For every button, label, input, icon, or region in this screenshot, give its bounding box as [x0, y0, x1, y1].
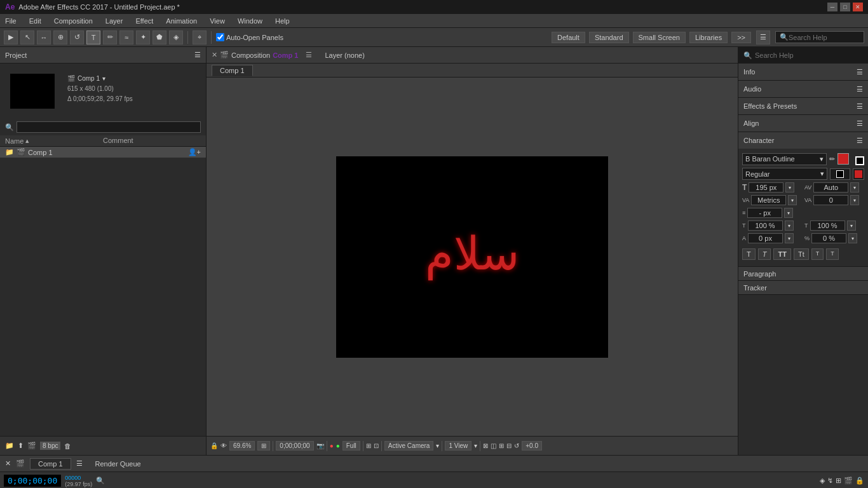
menu-file[interactable]: File	[3, 16, 19, 26]
comp-tab-menu[interactable]: ☰	[306, 51, 312, 59]
col-name-header[interactable]: Name ▴	[5, 137, 103, 145]
zoom-control[interactable]: 69.6%	[229, 441, 255, 451]
character-header[interactable]: Character ☰	[738, 132, 868, 149]
menu-help[interactable]: Help	[273, 16, 292, 26]
tracker-section[interactable]: Tracker	[738, 281, 868, 295]
project-panel-menu[interactable]: ☰	[194, 51, 201, 59]
guide-icon[interactable]: ⊞	[499, 442, 504, 449]
tool-shape[interactable]: ⬟	[153, 30, 166, 44]
view-control[interactable]: 1 View	[445, 441, 471, 451]
baseline-dropdown[interactable]: ▾	[785, 233, 794, 243]
refresh-icon[interactable]: ↺	[514, 442, 519, 449]
style-regular-btn[interactable]: T	[742, 248, 756, 260]
timeline-tab-menu[interactable]: ☰	[76, 459, 83, 468]
tsume-dropdown[interactable]: ▾	[848, 233, 857, 243]
lock-icon-tl[interactable]: 🔒	[855, 477, 864, 485]
effects-presets-header[interactable]: Effects & Presets ☰	[738, 98, 868, 114]
character-menu-icon[interactable]: ☰	[857, 137, 863, 145]
audio-menu-icon[interactable]: ☰	[857, 85, 863, 93]
menu-layer[interactable]: Layer	[103, 16, 126, 26]
menu-animation[interactable]: Animation	[163, 16, 200, 26]
workspace-standard[interactable]: Standard	[589, 32, 629, 43]
style-bold-btn[interactable]: TT	[773, 248, 790, 260]
timeline-comp-tab[interactable]: Comp 1	[30, 458, 71, 470]
align-header[interactable]: Align ☰	[738, 115, 868, 132]
align-menu-icon[interactable]: ☰	[857, 119, 863, 128]
workspace-settings[interactable]: ☰	[756, 30, 770, 44]
workspace-default[interactable]: Default	[552, 32, 585, 43]
grid-icon[interactable]: ⊞	[366, 442, 371, 449]
auto-open-checkbox[interactable]	[216, 33, 224, 41]
project-item[interactable]: 📁 🎬 Comp 1 👤+	[0, 147, 206, 158]
camera-control[interactable]: Active Camera	[384, 441, 434, 451]
new-comp-icon[interactable]: 🎬	[27, 442, 36, 450]
tool-text[interactable]: T	[86, 30, 100, 44]
timecode-display[interactable]: 0;00;00;00	[276, 441, 313, 451]
workspace-libraries[interactable]: Libraries	[689, 32, 728, 43]
paragraph-section[interactable]: Paragraph	[738, 267, 868, 281]
tool-puppet[interactable]: ◈	[169, 30, 183, 44]
workspace-small[interactable]: Small Screen	[633, 32, 686, 43]
view-dropdown[interactable]: ▾	[474, 442, 477, 449]
tool-clone[interactable]: ✦	[136, 30, 150, 44]
font-size-input[interactable]	[749, 182, 783, 193]
comp-dropdown-icon[interactable]: ▾	[102, 74, 105, 84]
tsume-input[interactable]	[811, 233, 846, 243]
timeline-timecode[interactable]: 0;00;00;00	[4, 475, 61, 487]
close-button[interactable]: ✕	[853, 3, 863, 11]
info-header[interactable]: Info ☰	[738, 64, 868, 80]
item-add-btn[interactable]: 👤+	[188, 148, 201, 156]
layer-controls-icon[interactable]: ⊟	[506, 442, 512, 449]
style-sub-btn[interactable]: T	[826, 248, 839, 260]
menu-effect[interactable]: Effect	[133, 16, 156, 26]
audio-header[interactable]: Audio ☰	[738, 81, 868, 97]
scale-v-input[interactable]	[810, 220, 845, 231]
tool-rotate[interactable]: ↺	[70, 30, 84, 44]
tracking-input[interactable]	[813, 182, 848, 193]
kerning-input[interactable]	[751, 195, 786, 205]
font-style-select[interactable]: Regular ▾	[742, 168, 827, 180]
color-preview-2[interactable]	[853, 168, 864, 180]
search-help-box[interactable]: 🔍	[775, 31, 864, 43]
render-queue-tab[interactable]: Render Queue	[88, 459, 149, 469]
kerning-val-input[interactable]	[813, 195, 848, 205]
new-folder-icon[interactable]: 📁	[5, 442, 14, 450]
scale-v-dropdown[interactable]: ▾	[847, 220, 856, 231]
leading-input[interactable]	[747, 208, 782, 218]
tool-pen[interactable]: ✏	[103, 30, 117, 44]
maximize-button[interactable]: □	[840, 3, 850, 11]
solo-icon[interactable]: ◈	[820, 477, 825, 485]
project-search-input[interactable]	[17, 121, 201, 133]
font-name-dropdown[interactable]: ▾	[820, 155, 824, 163]
menu-composition[interactable]: Composition	[51, 16, 95, 26]
comp-tab-1[interactable]: Comp 1	[212, 65, 253, 76]
snap-icon[interactable]: ⊠	[483, 442, 488, 449]
tracking-dropdown[interactable]: ▾	[850, 182, 859, 193]
quality-control[interactable]: Full	[342, 441, 360, 451]
scale-h-dropdown[interactable]: ▾	[785, 220, 794, 231]
menu-window[interactable]: Window	[235, 16, 265, 26]
stroke-color-swatch[interactable]	[855, 156, 864, 165]
menu-view[interactable]: View	[207, 16, 227, 26]
info-menu-icon[interactable]: ☰	[857, 68, 863, 76]
minimize-button[interactable]: ─	[827, 3, 837, 11]
menu-edit[interactable]: Edit	[27, 16, 44, 26]
color-preview-1[interactable]	[830, 168, 850, 180]
camera-dropdown[interactable]: ▾	[436, 442, 439, 449]
tool-select[interactable]: ▶	[4, 30, 18, 44]
auto-open-label[interactable]: Auto-Open Panels	[216, 33, 283, 41]
text-color-swatch[interactable]	[837, 153, 849, 165]
tool-move[interactable]: ↔	[37, 30, 51, 44]
mask-icon[interactable]: ◫	[491, 442, 496, 449]
delete-icon[interactable]: 🗑	[64, 442, 71, 450]
pixel-icon[interactable]: ⊡	[374, 442, 379, 449]
view-icon[interactable]: ⊞	[257, 441, 270, 451]
baseline-input[interactable]	[748, 233, 783, 243]
effects-presets-menu-icon[interactable]: ☰	[857, 102, 863, 111]
offset-control[interactable]: +0.0	[522, 441, 542, 451]
kerning-dropdown[interactable]: ▾	[788, 195, 797, 205]
search-layer-icon[interactable]: 🔍	[96, 477, 105, 485]
style-caps-btn[interactable]: Tt	[794, 248, 809, 260]
tool-zoom[interactable]: ⊕	[53, 30, 67, 44]
import-icon[interactable]: ⬆	[18, 442, 24, 450]
